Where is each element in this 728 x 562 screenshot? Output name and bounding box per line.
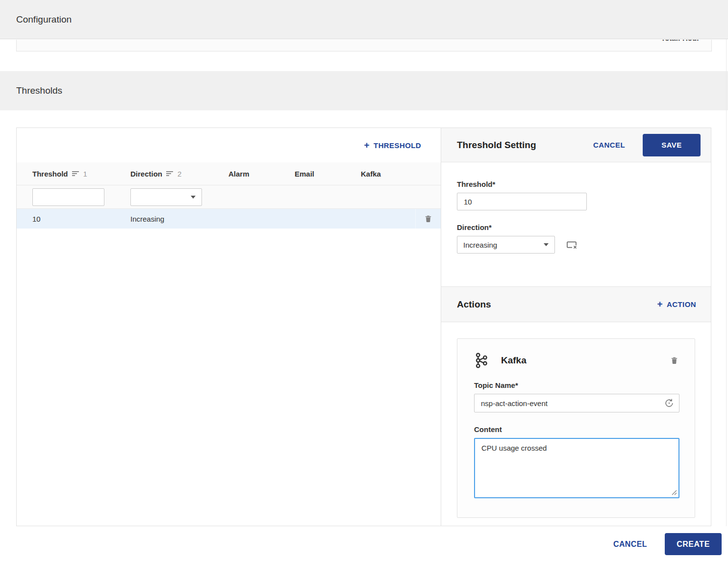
- threshold-value-input[interactable]: [457, 193, 587, 210]
- add-threshold-label: THRESHOLD: [374, 141, 421, 150]
- trash-icon[interactable]: [670, 356, 678, 365]
- plus-icon: +: [364, 140, 370, 150]
- panel-cancel-button[interactable]: CANCEL: [593, 141, 625, 149]
- column-label: Kafka: [361, 170, 381, 178]
- configuration-page: Configuration Total: Hour Thresholds + T…: [0, 0, 728, 562]
- table-toolbar: + THRESHOLD: [17, 128, 441, 162]
- sort-order-number: 1: [83, 170, 87, 178]
- dialog-footer: CANCEL CREATE: [0, 526, 728, 562]
- section-title: Thresholds: [0, 85, 62, 96]
- direction-select[interactable]: Increasing: [457, 236, 555, 254]
- column-label: Threshold: [32, 170, 68, 178]
- threshold-field-label: Threshold*: [457, 180, 695, 188]
- create-button[interactable]: CREATE: [665, 533, 722, 555]
- table-filter-row: [17, 185, 441, 209]
- page-title: Configuration: [0, 14, 72, 25]
- cancel-button[interactable]: CANCEL: [613, 540, 647, 549]
- table-row[interactable]: 10 Increasing: [17, 209, 441, 229]
- configuration-header: Configuration: [0, 0, 728, 39]
- column-header-kafka[interactable]: Kafka: [361, 170, 415, 178]
- panel-save-button[interactable]: SAVE: [643, 134, 701, 156]
- topic-name-input[interactable]: [474, 394, 679, 412]
- actions-section-header: Actions + ACTION: [441, 286, 711, 322]
- page-edge-divider: [726, 39, 727, 549]
- add-threshold-button[interactable]: + THRESHOLD: [364, 141, 421, 150]
- plus-icon: +: [657, 299, 663, 308]
- content-label: Content: [474, 425, 678, 434]
- scrolled-panel-remnant: Total: Hour: [16, 40, 712, 51]
- restore-default-icon[interactable]: [664, 398, 675, 409]
- add-action-label: ACTION: [667, 300, 696, 308]
- row-threshold-value: 10: [32, 215, 130, 223]
- kafka-action-card: Kafka Topic Name* Content CPU usage cros…: [457, 338, 695, 518]
- sort-icon: [166, 171, 174, 177]
- column-header-email[interactable]: Email: [295, 170, 361, 178]
- thresholds-table-panel: + THRESHOLD Threshold 1 Direction: [16, 128, 441, 526]
- direction-selected-value: Increasing: [463, 241, 544, 249]
- row-direction-value: Increasing: [130, 215, 228, 223]
- column-label: Email: [295, 170, 314, 178]
- topic-name-label: Topic Name*: [474, 381, 678, 389]
- direction-field-label: Direction*: [457, 223, 695, 231]
- trash-icon: [424, 214, 432, 224]
- sort-icon: [72, 171, 79, 177]
- content-textarea[interactable]: CPU usage crossed: [474, 438, 679, 498]
- column-label: Alarm: [228, 170, 250, 178]
- threshold-setting-header: Threshold Setting CANCEL SAVE: [441, 128, 711, 162]
- column-header-direction[interactable]: Direction 2: [130, 170, 228, 178]
- threshold-form: Threshold* Direction* Increasing: [441, 162, 711, 254]
- delete-threshold-button[interactable]: [415, 209, 441, 229]
- threshold-setting-panel: Threshold Setting CANCEL SAVE Threshold*…: [441, 128, 711, 526]
- kafka-icon: [474, 353, 489, 368]
- table-header-row: Threshold 1 Direction 2 Alarm: [17, 162, 441, 185]
- panel-title: Threshold Setting: [457, 140, 593, 151]
- direction-filter-select[interactable]: [130, 188, 202, 206]
- sort-order-number: 2: [177, 170, 181, 178]
- column-header-alarm[interactable]: Alarm: [228, 170, 295, 178]
- actions-title: Actions: [457, 299, 657, 310]
- clear-selection-icon[interactable]: [566, 239, 577, 250]
- chevron-down-icon: [544, 243, 549, 246]
- kafka-card-title: Kafka: [501, 355, 670, 366]
- chevron-down-icon: [191, 196, 196, 199]
- add-action-button[interactable]: + ACTION: [657, 300, 696, 309]
- clipped-total-text: Total: Hour: [661, 40, 700, 42]
- column-header-threshold[interactable]: Threshold 1: [32, 170, 130, 178]
- column-label: Direction: [130, 170, 162, 178]
- threshold-filter-input[interactable]: [32, 188, 104, 206]
- thresholds-section-header: Thresholds: [0, 71, 728, 110]
